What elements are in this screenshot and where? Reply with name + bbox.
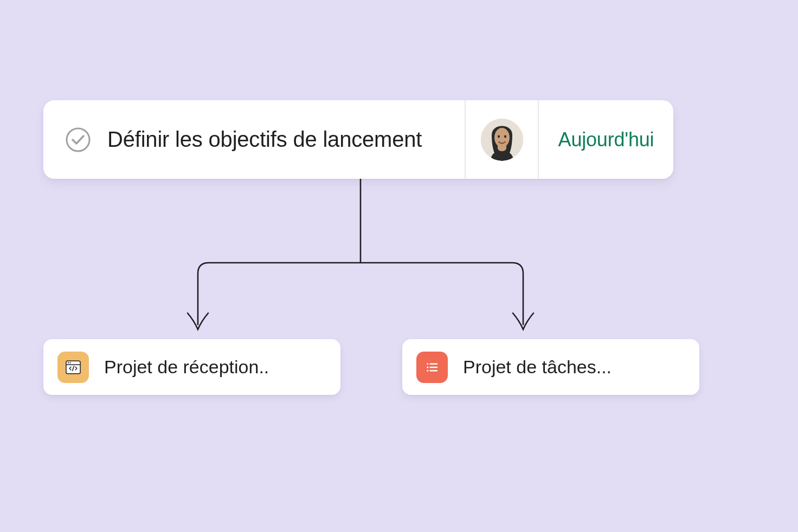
svg-point-11 xyxy=(69,362,70,363)
due-date-cell[interactable]: Aujourd'hui xyxy=(538,100,673,179)
check-circle-icon[interactable] xyxy=(65,127,91,153)
svg-point-5 xyxy=(504,135,506,138)
svg-point-17 xyxy=(427,369,428,371)
svg-point-4 xyxy=(498,135,500,138)
project-card-reception[interactable]: Projet de réception.. xyxy=(43,339,340,395)
task-title: Définir les objectifs de lancement xyxy=(107,127,422,152)
project-label: Projet de réception.. xyxy=(104,356,269,378)
task-main: Définir les objectifs de lancement xyxy=(43,100,465,179)
task-card[interactable]: Définir les objectifs de lancement xyxy=(43,100,673,179)
code-window-icon xyxy=(57,352,89,383)
project-label: Projet de tâches... xyxy=(463,356,612,378)
svg-point-15 xyxy=(427,366,428,368)
svg-point-0 xyxy=(67,128,89,151)
connector-arrows xyxy=(184,179,537,341)
svg-point-10 xyxy=(68,362,69,363)
avatar xyxy=(481,119,523,161)
svg-point-13 xyxy=(427,363,428,365)
project-card-tasks[interactable]: Projet de tâches... xyxy=(402,339,699,395)
list-icon xyxy=(416,352,448,383)
assignee-cell[interactable] xyxy=(465,100,538,179)
due-date-label: Aujourd'hui xyxy=(558,128,654,151)
